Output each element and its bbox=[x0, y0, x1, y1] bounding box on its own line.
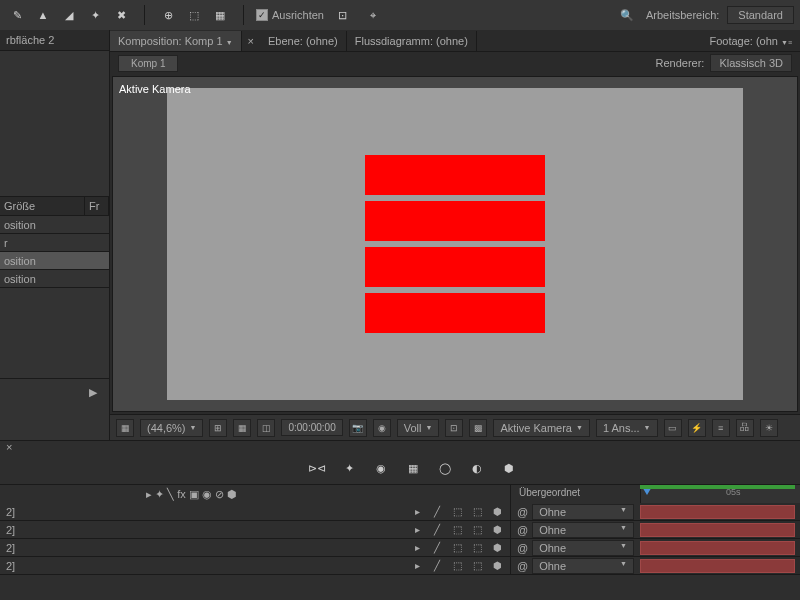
top-toolbar: ✎ ▲ ◢ ✦ ✖ ⊕ ⬚ ▦ ✓ Ausrichten ⊡ ⌖ 🔍 Arbei… bbox=[0, 0, 800, 30]
pickwhip-icon[interactable]: @ bbox=[517, 560, 528, 572]
snap-icon[interactable]: ⊡ bbox=[332, 4, 354, 26]
world-axis-icon[interactable]: ⬚ bbox=[183, 4, 205, 26]
camera-label: Aktive Kamera bbox=[119, 83, 191, 95]
layer-bar[interactable] bbox=[640, 505, 795, 519]
motion-blur-icon[interactable]: ◉ bbox=[370, 458, 392, 480]
separator bbox=[144, 5, 145, 25]
tab-composition[interactable]: Komposition: Komp 1 ▼ bbox=[110, 31, 242, 51]
zoom-dropdown[interactable]: (44,6%)▼ bbox=[140, 419, 203, 437]
col-size[interactable]: Größe bbox=[0, 197, 85, 215]
safe-icon[interactable]: ⊞ bbox=[209, 419, 227, 437]
snap-edge-icon[interactable]: ⌖ bbox=[362, 4, 384, 26]
layer-row[interactable]: 2]▸╱⬚⬚⬢ @Ohne▼ bbox=[0, 539, 800, 557]
composition-canvas bbox=[167, 88, 743, 400]
search-icon[interactable]: 🔍 bbox=[616, 4, 638, 26]
layer-bar[interactable] bbox=[640, 559, 795, 573]
layer-bar[interactable] bbox=[640, 541, 795, 555]
tab-footage[interactable]: Footage: (ohn ▼≡ bbox=[701, 31, 800, 51]
parent-dropdown[interactable]: Ohne▼ bbox=[532, 504, 634, 520]
parent-dropdown[interactable]: Ohne▼ bbox=[532, 558, 634, 574]
renderer-dropdown[interactable]: Klassisch 3D bbox=[710, 54, 792, 72]
workspace-label: Arbeitsbereich: bbox=[646, 9, 719, 21]
left-panel: rbfläche 2 Größe Fr osition r osition os… bbox=[0, 30, 110, 440]
red-layer[interactable] bbox=[365, 155, 545, 195]
left-items: osition r osition osition bbox=[0, 216, 109, 288]
list-item[interactable]: osition bbox=[0, 270, 109, 288]
align-checkbox[interactable]: ✓ Ausrichten bbox=[256, 9, 324, 21]
exposure-icon[interactable]: ☀ bbox=[760, 419, 778, 437]
viewer-footer: ▦ (44,6%)▼ ⊞ ▦ ◫ 0:00:00:00 📷 ◉ Voll▼ ⊡ … bbox=[110, 414, 800, 440]
chevron-down-icon[interactable]: ▼≡ bbox=[781, 39, 792, 46]
blur-icon[interactable]: ◐ bbox=[466, 458, 488, 480]
workspace-dropdown[interactable]: Standard bbox=[727, 6, 794, 24]
tab-label: Komposition: Komp 1 bbox=[118, 35, 223, 47]
view-axis-icon[interactable]: ▦ bbox=[209, 4, 231, 26]
viewer-panel: Komposition: Komp 1 ▼ × Ebene: (ohne) Fl… bbox=[110, 30, 800, 440]
brain-icon[interactable]: ◯ bbox=[434, 458, 456, 480]
align-label: Ausrichten bbox=[272, 9, 324, 21]
resolution-dropdown[interactable]: Voll▼ bbox=[397, 419, 440, 437]
col-fr[interactable]: Fr bbox=[85, 197, 109, 215]
timecode[interactable]: 0:00:00:00 bbox=[281, 419, 342, 436]
left-panel-tab[interactable]: rbfläche 2 bbox=[0, 30, 109, 51]
channel-icon[interactable]: ◉ bbox=[373, 419, 391, 437]
fast-preview-icon[interactable]: ⚡ bbox=[688, 419, 706, 437]
local-axis-icon[interactable]: ⊕ bbox=[157, 4, 179, 26]
graph-icon[interactable]: ▦ bbox=[402, 458, 424, 480]
layer-row[interactable]: 2]▸╱⬚⬚⬢ @Ohne▼ bbox=[0, 521, 800, 539]
viewer-tabs: Komposition: Komp 1 ▼ × Ebene: (ohne) Fl… bbox=[110, 30, 800, 52]
tool-group-left: ✎ ▲ ◢ ✦ ✖ bbox=[6, 4, 132, 26]
layers-list: 2]▸╱⬚⬚⬢ @Ohne▼ 2]▸╱⬚⬚⬢ @Ohne▼ 2]▸╱⬚⬚⬢ @O… bbox=[0, 503, 800, 575]
red-layer[interactable] bbox=[365, 201, 545, 241]
comp-flow-icon[interactable]: 品 bbox=[736, 419, 754, 437]
pixel-aspect-icon[interactable]: ▭ bbox=[664, 419, 682, 437]
pickwhip-icon[interactable]: @ bbox=[517, 524, 528, 536]
views-dropdown[interactable]: 1 Ans...▼ bbox=[596, 419, 658, 437]
comp-subtab[interactable]: Komp 1 bbox=[118, 55, 178, 72]
chevron-down-icon[interactable]: ▼ bbox=[226, 39, 233, 46]
3d-icon[interactable]: ⬢ bbox=[498, 458, 520, 480]
switches-header: ▸ ✦ ╲ fx ▣ ◉ ⊘ ⬢ bbox=[0, 485, 510, 503]
mask-icon[interactable]: ◫ bbox=[257, 419, 275, 437]
close-icon[interactable]: × bbox=[6, 441, 12, 453]
list-item[interactable]: r bbox=[0, 234, 109, 252]
layer-row[interactable]: 2]▸╱⬚⬚⬢ @Ohne▼ bbox=[0, 557, 800, 575]
star-icon[interactable]: ✦ bbox=[338, 458, 360, 480]
pickwhip-icon[interactable]: @ bbox=[517, 506, 528, 518]
layer-bar[interactable] bbox=[640, 523, 795, 537]
layer-name: 2] bbox=[6, 542, 15, 554]
timeline-tools: ⊳⊲ ✦ ◉ ▦ ◯ ◐ ⬢ bbox=[0, 453, 800, 485]
stamp-icon[interactable]: ▲ bbox=[32, 4, 54, 26]
play-icon[interactable]: ▶ bbox=[89, 386, 97, 399]
camera-dropdown[interactable]: Aktive Kamera▼ bbox=[493, 419, 589, 437]
brush-icon[interactable]: ✦ bbox=[84, 4, 106, 26]
red-layer[interactable] bbox=[365, 247, 545, 287]
timeline-icon[interactable]: ≡ bbox=[712, 419, 730, 437]
roi-icon[interactable]: ⊡ bbox=[445, 419, 463, 437]
left-footer: ▶ bbox=[0, 378, 109, 406]
red-layer[interactable] bbox=[365, 293, 545, 333]
layer-name: 2] bbox=[6, 524, 15, 536]
shy-icon[interactable]: ⊳⊲ bbox=[306, 458, 328, 480]
tab-layer[interactable]: Ebene: (ohne) bbox=[260, 31, 347, 51]
tab-flowchart[interactable]: Flussdiagramm: (ohne) bbox=[347, 31, 477, 51]
layer-row[interactable]: 2]▸╱⬚⬚⬢ @Ohne▼ bbox=[0, 503, 800, 521]
grid-icon[interactable]: ▦ bbox=[233, 419, 251, 437]
parent-dropdown[interactable]: Ohne▼ bbox=[532, 540, 634, 556]
snapshot-icon[interactable]: 📷 bbox=[349, 419, 367, 437]
canvas-area[interactable]: Aktive Kamera bbox=[112, 76, 798, 412]
renderer-label: Renderer: bbox=[656, 57, 705, 69]
eraser-icon[interactable]: ◢ bbox=[58, 4, 80, 26]
list-item[interactable]: osition bbox=[0, 216, 109, 234]
tool-group-axis: ⊕ ⬚ ▦ bbox=[157, 4, 231, 26]
check-icon: ✓ bbox=[256, 9, 268, 21]
pickwhip-icon[interactable]: @ bbox=[517, 542, 528, 554]
layer-name: 2] bbox=[6, 506, 15, 518]
parent-dropdown[interactable]: Ohne▼ bbox=[532, 522, 634, 538]
transparency-icon[interactable]: ▩ bbox=[469, 419, 487, 437]
alpha-icon[interactable]: ▦ bbox=[116, 419, 134, 437]
eyedropper-icon[interactable]: ✎ bbox=[6, 4, 28, 26]
pin-icon[interactable]: ✖ bbox=[110, 4, 132, 26]
list-item[interactable]: osition bbox=[0, 252, 109, 270]
tab-close[interactable]: × bbox=[242, 35, 260, 47]
